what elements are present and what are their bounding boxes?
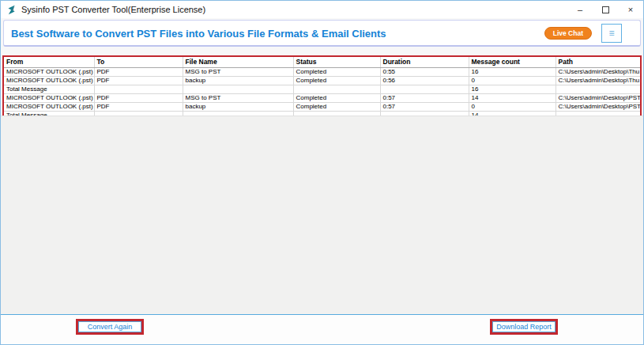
table-cell: MICROSOFT OUTLOOK (.pst) [4, 93, 94, 102]
table-cell: MICROSOFT OUTLOOK (.pst) [4, 67, 94, 76]
table-cell [380, 85, 469, 93]
table-cell: Completed [293, 76, 380, 85]
table-cell: Completed [293, 67, 380, 76]
column-header[interactable]: Path [555, 57, 640, 67]
results-table: FromToFile NameStatusDurationMessage cou… [4, 57, 640, 117]
app-tagline: Best Software to Convert PST Files into … [11, 27, 386, 39]
table-cell [293, 85, 380, 93]
table-cell: C:\Users\admin\Desktop\PST to PDF [555, 93, 640, 102]
title-bar: Sysinfo PST Converter Tool(Enterprise Li… [1, 1, 643, 18]
table-cell: Completed [293, 102, 380, 111]
table-cell: C:\Users\admin\Desktop\PST to PDF [555, 102, 640, 111]
table-cell: backup [183, 76, 293, 85]
results-table-head-row: FromToFile NameStatusDurationMessage cou… [4, 57, 640, 67]
table-cell [94, 85, 183, 93]
table-cell: C:\Users\admin\Desktop\Thu Oct 2.. [555, 67, 640, 76]
table-row[interactable]: MICROSOFT OUTLOOK (.pst)PDFbackupComplet… [4, 102, 640, 111]
hamburger-icon: ≡ [608, 28, 614, 38]
table-cell [183, 85, 293, 93]
table-cell: C:\Users\admin\Desktop\Thu Oct 2.. [555, 76, 640, 85]
download-report-highlight: Download Report [490, 319, 558, 335]
header-banner: Best Software to Convert PST Files into … [3, 20, 641, 47]
table-row[interactable]: MICROSOFT OUTLOOK (.pst)PDFbackupComplet… [4, 76, 640, 85]
close-button[interactable]: × [618, 1, 643, 18]
table-cell: 14 [469, 93, 555, 102]
table-cell: 16 [469, 85, 555, 93]
download-report-button[interactable]: Download Report [492, 321, 555, 332]
minimize-button[interactable]: – [567, 1, 593, 18]
app-logo-icon [6, 5, 17, 15]
table-cell: 0 [469, 76, 555, 85]
convert-again-button[interactable]: Convert Again [78, 321, 141, 332]
table-cell [555, 85, 640, 93]
table-cell: MSG to PST [183, 67, 293, 76]
table-cell: MSG to PST [183, 93, 293, 102]
table-cell: backup [183, 102, 293, 111]
column-header[interactable]: File Name [183, 57, 293, 67]
table-cell: 0:55 [380, 67, 469, 76]
table-row[interactable]: MICROSOFT OUTLOOK (.pst)PDFMSG to PSTCom… [4, 93, 640, 102]
column-header[interactable]: Message count [469, 57, 555, 67]
table-cell: MICROSOFT OUTLOOK (.pst) [4, 102, 94, 111]
column-header[interactable]: Duration [380, 57, 469, 67]
table-cell: Completed [293, 93, 380, 102]
results-table-container: FromToFile NameStatusDurationMessage cou… [2, 55, 642, 117]
app-window: Sysinfo PST Converter Tool(Enterprise Li… [0, 0, 644, 345]
table-row[interactable]: MICROSOFT OUTLOOK (.pst)PDFMSG to PSTCom… [4, 67, 640, 76]
table-cell: MICROSOFT OUTLOOK (.pst) [4, 76, 94, 85]
table-cell: 16 [469, 67, 555, 76]
table-cell: PDF [94, 67, 183, 76]
column-header[interactable]: To [94, 57, 183, 67]
footer-bar: Convert Again Download Report [1, 314, 643, 344]
close-icon: × [628, 5, 633, 14]
table-cell: 0:56 [380, 76, 469, 85]
maximize-icon [602, 6, 609, 13]
content-background [1, 116, 643, 314]
column-header[interactable]: Status [293, 57, 380, 67]
table-cell: PDF [94, 93, 183, 102]
window-controls: – × [567, 1, 643, 18]
table-cell: PDF [94, 102, 183, 111]
table-cell: 0:57 [380, 102, 469, 111]
live-chat-button[interactable]: Live Chat [544, 27, 592, 40]
maximize-button[interactable] [593, 1, 618, 18]
results-table-body: MICROSOFT OUTLOOK (.pst)PDFMSG to PSTCom… [4, 67, 640, 117]
convert-again-highlight: Convert Again [76, 319, 144, 335]
minimize-icon: – [578, 5, 582, 14]
table-row[interactable]: Total Message16 [4, 85, 640, 93]
table-cell: PDF [94, 76, 183, 85]
table-cell: 0:57 [380, 93, 469, 102]
table-cell: 0 [469, 102, 555, 111]
window-title: Sysinfo PST Converter Tool(Enterprise Li… [21, 5, 205, 14]
column-header[interactable]: From [4, 57, 94, 67]
table-cell: Total Message [4, 85, 94, 93]
menu-button[interactable]: ≡ [601, 24, 622, 43]
